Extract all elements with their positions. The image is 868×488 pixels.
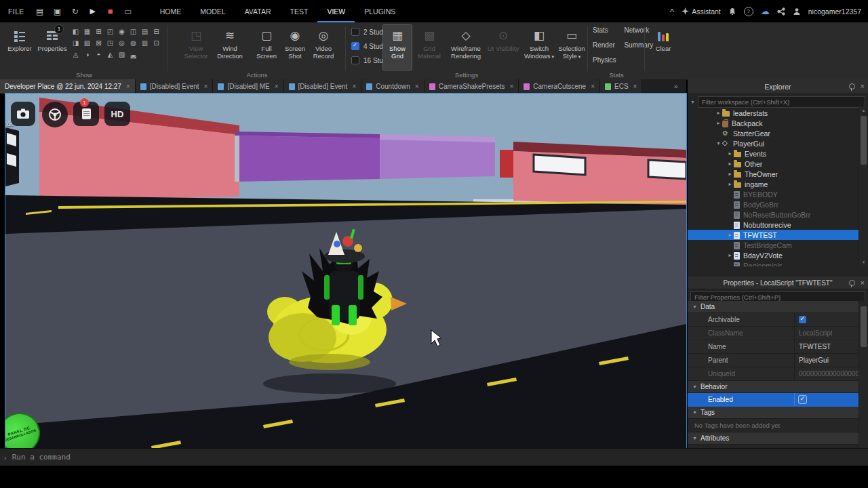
ribbon-tab[interactable]: AVATAR [235,0,281,22]
property-row[interactable]: Name TFWTEST [688,340,868,354]
selection-style-button[interactable]: ▭ Selection Style▾ [557,25,586,68]
file-menu-button[interactable]: FILE [0,7,33,16]
properties-section-header[interactable]: Tags + [688,407,868,419]
titlebar-tool-icon[interactable]: ▤ [34,5,46,18]
hd-button[interactable]: HD [104,102,130,126]
show-toggle-icon[interactable]: ⊠ [94,38,104,48]
property-row[interactable]: Parent PlayerGui [688,354,868,367]
assistant-button[interactable]: Assistant [682,7,721,16]
explorer-tree-item[interactable]: Events [688,148,859,159]
close-panel-icon[interactable]: × [861,83,865,90]
document-tab[interactable]: ECS × [600,79,642,94]
document-tab[interactable]: [Disabled] ME × [213,79,283,94]
titlebar-tool-icon[interactable]: ▶ [87,5,99,18]
explorer-tree-item[interactable]: TFWTEST [688,230,859,240]
show-toggle-icon[interactable]: ◰ [105,26,115,37]
close-tab-icon[interactable]: × [509,83,513,90]
titlebar-tool-icon[interactable]: ▭ [122,5,134,18]
stud-checkbox[interactable] [351,42,359,50]
expand-arrow-icon[interactable] [715,120,722,126]
show-toggle-icon[interactable]: ◨ [71,38,81,48]
show-toggle-icon[interactable]: ◑ [82,49,92,60]
ui-visibility-button[interactable]: ⊙ UI Visibility [487,25,519,68]
help-icon[interactable]: ? [744,7,753,16]
scroll-down-arrow[interactable]: ▾ [859,260,868,265]
ribbon-tab[interactable]: PLUGINS [355,0,405,22]
user-avatar-icon[interactable] [793,7,801,16]
document-tab[interactable]: Countdown × [361,79,424,94]
explorer-tree-item[interactable]: Backpack [688,118,859,128]
screen-shot-button[interactable]: ◉ Screen Shot [279,25,311,68]
view-selector-button[interactable]: ◳ View Selector [180,25,212,68]
pin-panel-icon[interactable] [849,280,855,286]
titlebar-tool-icon[interactable]: ↻ [69,5,81,18]
checkbox[interactable] [799,316,806,323]
property-row[interactable]: Archivable [688,313,868,327]
property-value-cell[interactable] [795,313,868,326]
ribbon-tab[interactable]: TEST [281,0,318,22]
explorer-tree-item[interactable]: Other [688,159,859,169]
explorer-tree-item[interactable]: TheOwner [688,169,859,179]
tab-overflow-icon[interactable]: » [670,83,682,90]
stats-toggle[interactable]: Render [593,41,616,49]
3d-viewport[interactable]: ón 1 HD PANEL DE DESARROLLADOR [5,94,686,448]
expand-arrow-icon[interactable] [726,181,734,187]
video-record-button[interactable]: ◎ Video Record [308,25,339,68]
explorer-toggle-button[interactable]: Explorer [4,25,35,68]
explorer-tree-item[interactable]: TestBridgeCam [688,240,859,250]
close-tab-icon[interactable]: × [591,83,595,90]
stud-checkbox[interactable] [351,56,359,64]
close-panel-icon[interactable]: × [861,279,865,287]
command-input[interactable] [11,452,868,462]
explorer-tree-item[interactable]: Nobuttonrecive [688,220,859,230]
stud-checkbox[interactable] [351,28,359,36]
show-toggle-icon[interactable]: ⊟ [151,26,161,37]
show-toggle-icon[interactable]: ▥ [140,38,150,48]
close-tab-icon[interactable]: × [126,83,130,90]
show-toggle-icon[interactable]: ⊡ [151,38,161,48]
camera-mode-button[interactable] [11,102,35,126]
pin-panel-icon[interactable] [849,83,855,89]
explorer-tree-item[interactable]: BdayV2Vote [688,250,859,260]
close-tab-icon[interactable]: × [633,83,637,90]
close-tab-icon[interactable]: × [204,83,208,90]
explorer-tree-item[interactable]: ingame [688,179,859,189]
show-grid-button[interactable]: ▦ Show Grid [382,24,412,70]
document-tab[interactable]: [Disabled] Event × [136,79,214,94]
scroll-up-arrow[interactable]: ▴ [859,108,868,113]
show-toggle-icon[interactable]: ▧ [82,38,92,48]
explorer-panel-header[interactable]: Explorer × [688,79,868,94]
explorer-tree-item[interactable]: PlayerGui [688,138,859,148]
show-toggle-icon[interactable]: ▨ [117,49,127,60]
property-row[interactable]: Enabled [688,393,868,407]
show-toggle-icon[interactable]: ◉ [117,26,127,37]
ribbon-tab[interactable]: MODEL [191,0,235,22]
document-tab[interactable]: Developer Place @ 22 jun. 2024 12:27 × [0,79,136,94]
show-toggle-icon[interactable]: ◛ [128,49,138,60]
section-collapse-arrow-icon[interactable] [692,384,698,390]
document-tab[interactable]: CameraCutscene × [519,79,600,94]
expand-arrow-icon[interactable] [726,252,734,258]
section-collapse-arrow-icon[interactable] [692,435,698,441]
explorer-tree-item[interactable]: NoResetButtonGoBrr [688,209,859,220]
properties-panel-header[interactable]: Properties - LocalScript "TFWTEST" × [688,277,868,289]
scrollbar-thumb[interactable] [861,116,867,165]
document-tab[interactable]: [Disabled] Event × [284,79,362,94]
show-toggle-icon[interactable]: ◭ [105,49,115,60]
properties-toggle-button[interactable]: 1 Properties [37,25,68,68]
wireframe-rendering-button[interactable]: ◇ Wireframe Rendering [448,25,484,68]
property-value-cell[interactable]: 0000000000000000000000000000… [795,367,868,380]
show-toggle-icon[interactable]: ◫ [128,26,138,37]
expand-arrow-icon[interactable] [726,171,734,177]
stats-toggle[interactable]: Stats [593,26,616,34]
explorer-tree-item[interactable]: BodyGoBrr [688,199,859,209]
show-toggle-icon[interactable]: ◬ [71,49,81,60]
section-collapse-arrow-icon[interactable] [692,304,698,310]
close-tab-icon[interactable]: × [352,83,356,90]
document-tab[interactable]: CameraShakePresets × [425,79,519,94]
property-value-cell[interactable]: LocalScript [795,327,868,340]
close-tab-icon[interactable]: × [275,83,279,90]
expand-arrow-icon[interactable] [726,161,734,167]
titlebar-tool-icon[interactable]: ▣ [52,5,64,18]
scrollbar-thumb[interactable] [861,306,867,347]
